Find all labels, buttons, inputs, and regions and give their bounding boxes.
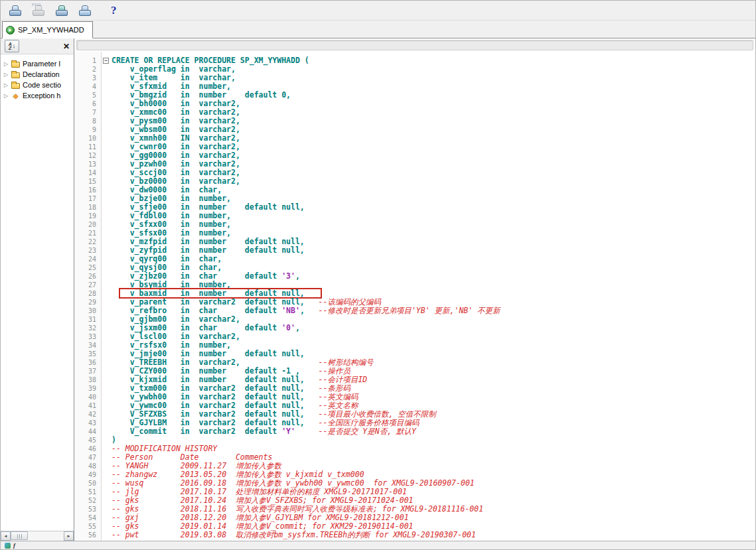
line-number: 40 — [74, 393, 101, 401]
code-segment: V_CZY000 in number default -1 , — [112, 366, 319, 376]
line-number: 53 — [74, 505, 101, 514]
fold-margin — [101, 125, 112, 134]
fold-margin — [101, 151, 112, 160]
line-number: 50 — [74, 479, 101, 488]
help-button[interactable]: ? — [111, 4, 117, 17]
fold-margin — [101, 488, 112, 496]
code-segment: v_parent in varchar2 default null, — [112, 297, 319, 307]
app-icon — [5, 543, 11, 549]
code-segment: v_ywbh00 in varchar2 default null, — [112, 392, 319, 401]
code-comment: -- gks 2019.01.14 增加入参V_commit; for XKM2… — [112, 521, 414, 531]
print-stamp-tool-button[interactable] — [76, 2, 93, 19]
expand-arrow-icon[interactable]: ▷ — [3, 61, 9, 67]
line-number: 1 — [74, 56, 101, 65]
fold-margin — [101, 100, 112, 108]
code-segment: v_zjbz00 in char default — [112, 271, 281, 281]
close-panel-button[interactable]: ✕ — [63, 42, 70, 51]
code-segment: v_sfje00 in number default null, — [112, 202, 305, 212]
code-segment: v_operflag in varchar, — [112, 64, 236, 74]
line-number: 29 — [74, 298, 101, 307]
editor-toolbar-strip — [76, 40, 753, 50]
code-segment: v_kjxmid in number default null, — [112, 375, 319, 384]
line-number: 27 — [74, 281, 101, 289]
fold-margin — [101, 108, 112, 117]
stamp-tool-button[interactable] — [6, 2, 23, 19]
tab-sp-xm-yywhadd[interactable]: ▸ SP_XM_YYWHADD — [2, 21, 93, 38]
folder-icon — [11, 83, 20, 89]
scroll-left-button[interactable]: ◄ — [1, 531, 11, 541]
sidebar-item-parameter-list[interactable]: ▷Parameter l — [1, 58, 74, 69]
fold-margin — [101, 453, 112, 462]
bottom-strip: f — [1, 541, 755, 549]
code-segment: , — [300, 306, 319, 315]
expand-arrow-icon[interactable]: ▷ — [3, 93, 9, 99]
fold-collapse-icon[interactable]: − — [103, 58, 109, 64]
fold-margin — [101, 177, 112, 186]
code-text: V_commit in varchar2 default 'Y' --是否提交 … — [112, 427, 416, 436]
folder-icon — [11, 62, 20, 68]
sidebar-item-label: Code sectio — [23, 81, 61, 89]
sort-az-icon: AZ — [9, 42, 12, 50]
fold-margin — [101, 332, 112, 341]
sidebar-item-declaration[interactable]: ▷Declaration — [1, 69, 74, 80]
diamond-icon: ◆ — [11, 92, 20, 100]
code-segment: v_pysm00 in varchar2, — [112, 116, 240, 125]
code-segment: v_qysj00 in char, — [112, 263, 222, 272]
code-segment: CREATE OR REPLACE PROCEDURE SP_XM_YYWHAD… — [112, 56, 309, 65]
line-number: 39 — [74, 384, 101, 393]
fold-margin — [101, 401, 112, 410]
line-number: 5 — [74, 91, 101, 100]
code-line-56[interactable]: 56-- pwt 2019.03.08 取消修改时bm_sysfxm.TREEB… — [74, 531, 755, 539]
code-segment: v_pzwh00 in varchar2, — [112, 159, 240, 169]
scrollbar-thumb[interactable] — [11, 531, 28, 540]
code-segment: ) — [112, 435, 116, 445]
expand-arrow-icon[interactable]: ▷ — [3, 82, 9, 88]
line-number: 56 — [74, 531, 101, 539]
line-number: 21 — [74, 229, 101, 238]
sidebar-tree: ▷Parameter l▷Declaration▷Code sectio▷◆Ex… — [1, 54, 74, 531]
line-number: 52 — [74, 496, 101, 505]
line-number: 11 — [74, 143, 101, 151]
code-segment: v_refbro in char default — [112, 306, 281, 315]
code-area[interactable]: 1−CREATE OR REPLACE PROCEDURE SP_XM_YYWH… — [74, 52, 755, 541]
line-number: 24 — [74, 255, 101, 263]
code-segment: , — [295, 323, 300, 332]
code-string: 'Y' — [281, 427, 295, 436]
fold-margin — [101, 229, 112, 238]
psql-stamp-tool-button[interactable]: PSQL — [29, 2, 46, 19]
code-segment: v_sfxx00 in number, — [112, 220, 231, 229]
fold-margin — [101, 238, 112, 246]
fold-margin — [101, 203, 112, 212]
code-segment: v_sfxmid in number, — [112, 82, 231, 91]
code-comment: --是否提交 Y是N否, 默认Y — [319, 427, 416, 436]
fold-margin — [101, 134, 112, 143]
sidebar-item-label: Parameter l — [23, 60, 60, 68]
line-number: 55 — [74, 522, 101, 531]
line-number: 31 — [74, 315, 101, 324]
line-number: 2 — [74, 65, 101, 74]
line-number: 17 — [74, 194, 101, 203]
fold-margin — [101, 376, 112, 384]
code-string: '0' — [281, 323, 295, 332]
sort-button[interactable]: AZ ↓ — [5, 40, 19, 52]
fold-margin — [101, 324, 112, 332]
line-number: 38 — [74, 376, 101, 384]
code-segment: v_gg0000 in varchar2, — [112, 151, 240, 160]
code-comment: --英文名称 — [319, 401, 358, 410]
expand-arrow-icon[interactable]: ▷ — [3, 72, 9, 78]
ink-stamp-tool-button[interactable] — [52, 2, 70, 19]
line-number: 20 — [74, 220, 101, 229]
fold-margin — [101, 194, 112, 203]
stamp-icon — [8, 5, 21, 17]
sidebar-item-code-section[interactable]: ▷Code sectio — [1, 80, 74, 90]
editor-pane: 1−CREATE OR REPLACE PROCEDURE SP_XM_YYWH… — [74, 38, 755, 541]
line-number: 47 — [74, 453, 101, 462]
fold-margin — [101, 531, 112, 539]
fold-margin — [101, 255, 112, 263]
sidebar-item-exception-handler[interactable]: ▷◆Exception h — [1, 90, 74, 101]
sidebar: AZ ↓ ✕ ▷Parameter l▷Declaration▷Code sec… — [1, 38, 74, 541]
scrollbar-track[interactable] — [11, 531, 64, 541]
code-line-44[interactable]: 44 V_commit in varchar2 default 'Y' --是否… — [74, 427, 755, 436]
sidebar-hscrollbar[interactable]: ◄ ► — [1, 531, 74, 541]
scroll-right-button[interactable]: ► — [64, 531, 74, 541]
